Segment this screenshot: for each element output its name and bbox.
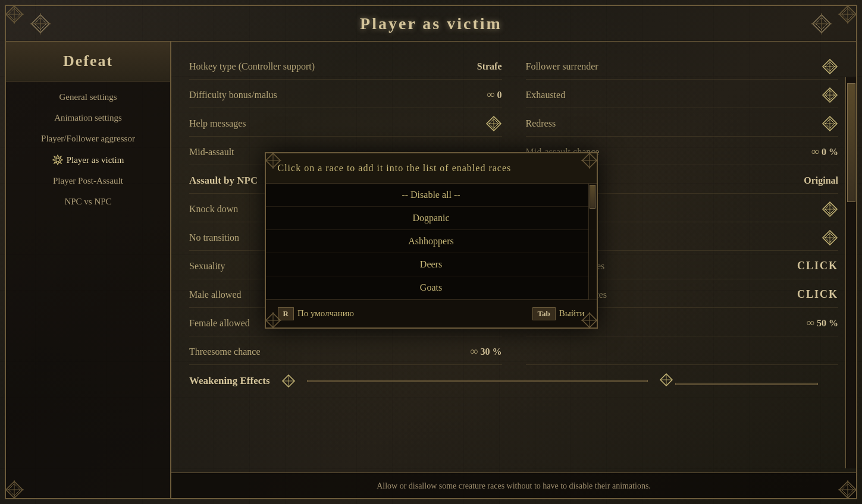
popup-item-ashhoppers[interactable]: Ashhoppers: [266, 230, 597, 253]
popup-item-deers[interactable]: Deers: [266, 253, 597, 276]
popup-header: Click on a race to add it into the list …: [266, 153, 597, 184]
popup-title: Click on a race to add it into the list …: [278, 163, 512, 173]
popup-item-dogpanic[interactable]: Dogpanic: [266, 207, 597, 230]
popup-exit-btn[interactable]: Tab Выйти: [532, 307, 585, 320]
popup-corner-tl: [265, 152, 281, 169]
popup-reset-btn[interactable]: R По умолчанию: [278, 307, 355, 320]
popup-scrollbar-thumb[interactable]: [590, 185, 595, 209]
popup-corner-br: [581, 312, 598, 329]
exit-key: Tab: [532, 307, 556, 320]
popup-list: -- Disable all -- Dogpanic Ashhoppers De…: [266, 184, 597, 300]
popup-overlay: Click on a race to add it into the list …: [0, 0, 862, 504]
popup-corner-bl: [265, 312, 281, 329]
race-selection-popup: Click on a race to add it into the list …: [265, 152, 598, 329]
popup-footer: R По умолчанию Tab Выйти: [266, 300, 597, 327]
popup-corner-tr: [581, 152, 598, 169]
popup-item-goats[interactable]: Goats: [266, 276, 597, 300]
reset-label: По умолчанию: [297, 308, 354, 319]
popup-item-disable-all[interactable]: -- Disable all --: [266, 184, 597, 207]
popup-scrollbar[interactable]: [588, 184, 597, 300]
